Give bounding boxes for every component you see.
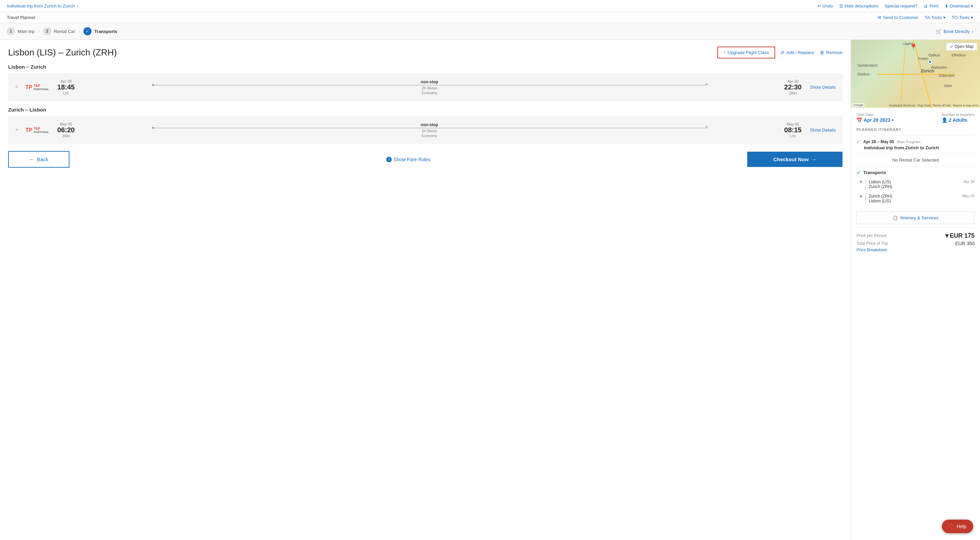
map-area: 📍 Lägern Zürich Spreitenbach Dietikon Op… xyxy=(851,40,980,108)
itinerary-services-btn[interactable]: 📋 Itinerary & Services xyxy=(856,211,975,224)
plane-arrival-icon: ✈ xyxy=(859,194,862,199)
checkout-now-button[interactable]: Checkout Now → xyxy=(747,152,843,167)
show-details-btn-2[interactable]: Show Details xyxy=(810,127,836,133)
trip-link-chevron: › xyxy=(77,4,78,8)
book-directly-btn[interactable]: 🛒 Book Directly › xyxy=(936,29,973,34)
flight-2-arr: May 05 08:15 LIS xyxy=(783,122,803,138)
step-1-label: Main trip xyxy=(18,29,35,34)
step-2-num: 2 xyxy=(43,27,51,35)
start-date-value[interactable]: 📅 Apr 28 2023 ▾ xyxy=(856,118,894,123)
transport-flight-in: ✈ Zurich (ZRH) Lisbon (LIS) May 05 xyxy=(859,192,975,205)
flight-1-mid: non-stop 2h 45min Economy xyxy=(83,79,776,95)
open-map-btn[interactable]: ⤢ Open Map xyxy=(946,43,977,51)
map-label-dietikon: Dietikon xyxy=(858,72,870,76)
special-request-btn[interactable]: Special request? xyxy=(885,3,918,8)
transport-section: ✓ Transports ✈ Lisbon (LIS) Zurich (ZRH)… xyxy=(856,166,975,208)
back-button[interactable]: ← Back xyxy=(8,151,69,168)
plane-departure-icon: ✈ xyxy=(859,179,862,184)
upgrade-flight-class-btn[interactable]: ↑ Upgrade Flight Class xyxy=(717,47,775,59)
step-3-check: ✓ xyxy=(83,27,92,35)
step-2-label: Rental Car xyxy=(54,29,75,34)
map-label-lagern: Lägern xyxy=(903,42,913,46)
total-price-row: Total Price of Trip EUR 350 xyxy=(856,241,975,246)
route-1-label: Lisbon – Zurich xyxy=(8,64,843,70)
price-per-person-value: ▾ EUR 175 xyxy=(945,232,975,240)
itinerary-header: ✓ Apr 28 – May 05 Main Program xyxy=(856,139,975,145)
date-travelers-row: Start Date 📅 Apr 28 2023 ▾ Number of tra… xyxy=(856,113,975,123)
airline-logo-2: TP TAP PORTUGAL xyxy=(25,127,49,133)
flight-2-mid: non-stop 2h 55min Economy xyxy=(83,122,776,138)
pricing-section: Price per Person ▾ EUR 175 Total Price o… xyxy=(856,227,975,256)
map-blue-dot xyxy=(928,60,932,64)
flight-section-header: Lisbon (LIS) – Zurich (ZRH) ↑ Upgrade Fl… xyxy=(8,47,843,59)
remove-btn[interactable]: 🗑 Remove xyxy=(820,50,843,55)
step-3[interactable]: ✓ Transports xyxy=(83,27,117,35)
send-to-customer-btn[interactable]: ✉ Send to Customer xyxy=(878,15,918,20)
price-per-person-row: Price per Person ▾ EUR 175 xyxy=(856,232,975,240)
steps-bar: 1 Main trip › 2 Rental Car › ✓ Transport… xyxy=(0,23,980,40)
travelers-value: 👤 2 Adults xyxy=(942,118,975,123)
check-icon-transport: ✓ xyxy=(856,170,861,175)
map-credits: Google xyxy=(853,103,864,107)
map-label-dubendorf: Dübendorf xyxy=(939,74,955,78)
steps-list: 1 Main trip › 2 Rental Car › ✓ Transport… xyxy=(7,27,118,35)
flight-actions: ↑ Upgrade Flight Class ⇄ Add / Replace 🗑… xyxy=(717,47,843,59)
hide-desc-icon: ☰ xyxy=(839,3,843,8)
step-2[interactable]: 2 Rental Car xyxy=(43,27,75,35)
undo-icon: ↩ xyxy=(817,3,821,8)
price-breakdown-btn[interactable]: Price Breakdown xyxy=(856,248,975,253)
start-date-label: Start Date xyxy=(856,113,894,117)
undo-btn[interactable]: ↩ Undo xyxy=(817,3,833,8)
show-fare-rules-btn[interactable]: i Show Fare Rules xyxy=(386,157,430,162)
checkout-arrow-icon: → xyxy=(811,156,817,162)
map-label-kroten: Kroten xyxy=(918,57,928,60)
map-label-spreitenbach: Spreitenbach xyxy=(858,64,878,67)
flight-card-1: + TP TAP PORTUGAL Apr 28 18:45 LIS non-s… xyxy=(8,73,843,101)
map-terms: Keyboard shortcutsMap DataTerms of UseRe… xyxy=(889,104,978,107)
step-sep-1: › xyxy=(38,29,40,34)
map-label-uster: Uster xyxy=(944,84,952,88)
to-tools-btn[interactable]: TO-Tools ▾ xyxy=(952,15,974,20)
ta-tools-caret: ▾ xyxy=(943,15,946,20)
cart-icon: 🛒 xyxy=(936,29,942,34)
step-3-label: Transports xyxy=(94,29,117,34)
check-icon-main: ✓ xyxy=(856,139,861,145)
ta-tools-btn[interactable]: TA-Tools ▾ xyxy=(924,15,945,20)
total-price-label: Total Price of Trip xyxy=(856,241,888,246)
print-btn[interactable]: 🖨 Print xyxy=(924,3,939,8)
remove-icon: 🗑 xyxy=(820,50,824,55)
help-icon: ❓ xyxy=(949,524,955,529)
itinerary-main-program: ✓ Apr 28 – May 05 Main Program Individua… xyxy=(856,135,975,154)
download-btn[interactable]: ⬇ Download ▾ xyxy=(945,3,973,8)
sidebar: 📍 Lägern Zürich Spreitenbach Dietikon Op… xyxy=(851,40,980,540)
trip-link[interactable]: Individual trip from Zurich to Zurich › xyxy=(7,3,78,8)
info-icon: i xyxy=(386,157,392,162)
content-area: Lisbon (LIS) – Zurich (ZRH) ↑ Upgrade Fl… xyxy=(0,40,851,540)
step-sep-2: › xyxy=(79,29,80,34)
transport-flight-out: ✈ Lisbon (LIS) Zurich (ZRH) Apr 28 xyxy=(859,178,975,191)
show-details-btn-1[interactable]: Show Details xyxy=(810,85,836,90)
add-replace-icon: ⇄ xyxy=(781,50,784,55)
travelers-label: Number of travelers xyxy=(942,113,975,117)
date-block: Start Date 📅 Apr 28 2023 ▾ xyxy=(856,113,894,123)
price-per-person-label: Price per Person xyxy=(856,233,887,238)
email-icon: ✉ xyxy=(878,15,881,20)
upgrade-icon: ↑ xyxy=(724,50,726,55)
sidebar-content: Start Date 📅 Apr 28 2023 ▾ Number of tra… xyxy=(851,108,980,540)
help-button[interactable]: ❓ Help xyxy=(942,519,973,533)
total-price-value: EUR 350 xyxy=(955,241,975,246)
main-layout: Lisbon (LIS) – Zurich (ZRH) ↑ Upgrade Fl… xyxy=(0,40,980,540)
flight-2-dep: May 05 06:20 ZRH xyxy=(56,122,76,138)
route-2-label: Zurich – Lisbon xyxy=(8,107,843,113)
to-tools-caret: ▾ xyxy=(971,15,973,20)
add-replace-btn[interactable]: ⇄ Add / Replace xyxy=(781,50,814,55)
transport-divider-2 xyxy=(865,194,866,203)
flight-card-2: + TP TAP PORTUGAL May 05 06:20 ZRH non-s… xyxy=(8,116,843,144)
second-bar-actions: ✉ Send to Customer TA-Tools ▾ TO-Tools ▾ xyxy=(878,15,973,20)
no-rental-car: No Rental Car Selected xyxy=(856,154,975,166)
hide-descriptions-btn[interactable]: ☰ Hide descriptions xyxy=(839,3,878,8)
step-1[interactable]: 1 Main trip xyxy=(7,27,35,35)
calendar-icon: 📅 xyxy=(856,118,862,123)
download-icon: ⬇ xyxy=(945,3,948,8)
map-label-effretikon: Effretikon xyxy=(952,53,966,57)
